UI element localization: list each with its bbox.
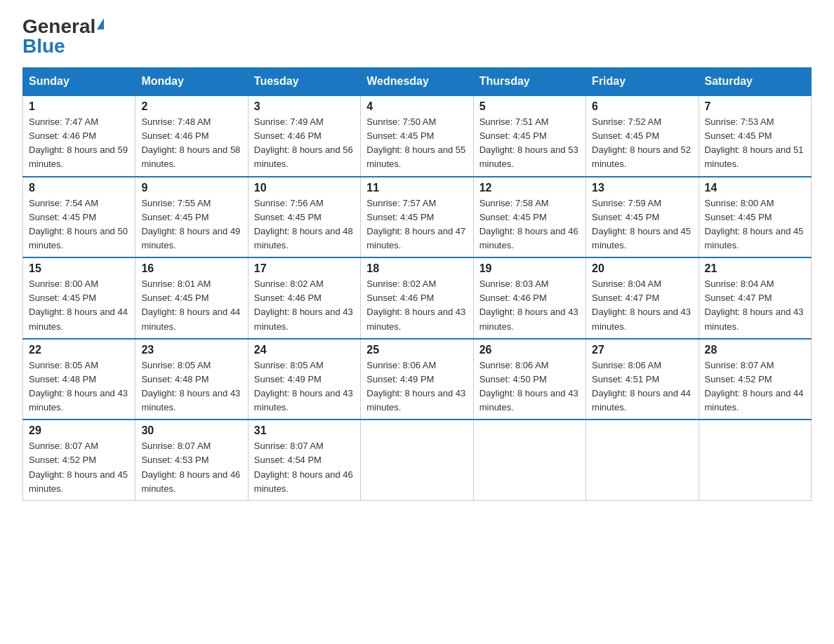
day-number: 2 [141,100,241,113]
day-info: Sunrise: 8:07 AMSunset: 4:52 PMDaylight:… [705,358,805,415]
table-row: 16Sunrise: 8:01 AMSunset: 4:45 PMDayligh… [135,257,248,339]
day-info: Sunrise: 7:48 AMSunset: 4:46 PMDaylight:… [141,115,241,172]
day-info: Sunrise: 7:55 AMSunset: 4:45 PMDaylight:… [141,196,241,253]
day-number: 1 [29,100,129,113]
table-row: 24Sunrise: 8:05 AMSunset: 4:49 PMDayligh… [248,339,360,420]
day-number: 14 [705,182,805,194]
table-row: 25Sunrise: 8:06 AMSunset: 4:49 PMDayligh… [361,339,473,420]
logo-triangle-icon [97,18,104,29]
day-number: 30 [141,424,241,437]
col-friday: Friday [586,68,699,96]
col-wednesday: Wednesday [361,68,473,96]
day-info: Sunrise: 7:59 AMSunset: 4:45 PMDaylight:… [592,196,692,253]
day-number: 9 [141,182,241,194]
table-row: 17Sunrise: 8:02 AMSunset: 4:46 PMDayligh… [248,257,360,339]
day-info: Sunrise: 8:07 AMSunset: 4:52 PMDaylight:… [29,439,129,496]
day-number: 23 [141,344,241,356]
day-info: Sunrise: 7:57 AMSunset: 4:45 PMDaylight:… [366,196,467,253]
table-row: 6Sunrise: 7:52 AMSunset: 4:45 PMDaylight… [586,95,699,177]
day-number: 17 [254,262,355,275]
day-info: Sunrise: 7:50 AMSunset: 4:45 PMDaylight:… [366,115,467,172]
table-row: 5Sunrise: 7:51 AMSunset: 4:45 PMDaylight… [473,95,585,177]
day-info: Sunrise: 8:06 AMSunset: 4:50 PMDaylight:… [479,358,580,415]
calendar-header: Sunday Monday Tuesday Wednesday Thursday… [23,68,812,96]
table-row: 30Sunrise: 8:07 AMSunset: 4:53 PMDayligh… [135,420,248,500]
table-row: 4Sunrise: 7:50 AMSunset: 4:45 PMDaylight… [361,95,473,177]
calendar-body: 1Sunrise: 7:47 AMSunset: 4:46 PMDaylight… [23,95,812,500]
day-number: 27 [592,344,692,356]
day-number: 5 [479,100,580,113]
table-row [699,420,811,500]
col-monday: Monday [135,68,248,96]
day-info: Sunrise: 7:51 AMSunset: 4:45 PMDaylight:… [479,115,580,172]
day-info: Sunrise: 8:04 AMSunset: 4:47 PMDaylight:… [705,277,805,334]
day-number: 6 [592,100,692,113]
day-info: Sunrise: 8:02 AMSunset: 4:46 PMDaylight:… [254,277,355,334]
day-number: 26 [479,344,580,356]
table-row: 12Sunrise: 7:58 AMSunset: 4:45 PMDayligh… [473,177,585,258]
table-row: 20Sunrise: 8:04 AMSunset: 4:47 PMDayligh… [586,257,699,339]
day-info: Sunrise: 8:00 AMSunset: 4:45 PMDaylight:… [29,277,129,334]
col-saturday: Saturday [699,68,811,96]
calendar-table: Sunday Monday Tuesday Wednesday Thursday… [22,67,812,501]
day-info: Sunrise: 7:58 AMSunset: 4:45 PMDaylight:… [479,196,580,253]
day-number: 24 [254,344,355,356]
day-info: Sunrise: 8:05 AMSunset: 4:48 PMDaylight:… [29,358,129,415]
day-info: Sunrise: 7:56 AMSunset: 4:45 PMDaylight:… [254,196,355,253]
table-row: 18Sunrise: 8:02 AMSunset: 4:46 PMDayligh… [361,257,473,339]
day-info: Sunrise: 7:53 AMSunset: 4:45 PMDaylight:… [705,115,805,172]
day-number: 21 [705,262,805,275]
day-number: 13 [592,182,692,194]
day-number: 19 [479,262,580,275]
col-sunday: Sunday [23,68,135,96]
logo-general-text: General [22,17,95,36]
col-tuesday: Tuesday [248,68,360,96]
day-info: Sunrise: 7:54 AMSunset: 4:45 PMDaylight:… [29,196,129,253]
table-row: 27Sunrise: 8:06 AMSunset: 4:51 PMDayligh… [586,339,699,420]
table-row: 2Sunrise: 7:48 AMSunset: 4:46 PMDaylight… [135,95,248,177]
day-info: Sunrise: 7:49 AMSunset: 4:46 PMDaylight:… [254,115,355,172]
table-row [361,420,473,500]
day-number: 4 [366,100,467,113]
day-number: 12 [479,182,580,194]
table-row [586,420,699,500]
table-row: 22Sunrise: 8:05 AMSunset: 4:48 PMDayligh… [23,339,135,420]
day-number: 28 [705,344,805,356]
day-info: Sunrise: 7:52 AMSunset: 4:45 PMDaylight:… [592,115,692,172]
day-number: 25 [366,344,467,356]
table-row [473,420,585,500]
table-row: 10Sunrise: 7:56 AMSunset: 4:45 PMDayligh… [248,177,360,258]
table-row: 23Sunrise: 8:05 AMSunset: 4:48 PMDayligh… [135,339,248,420]
day-info: Sunrise: 8:06 AMSunset: 4:49 PMDaylight:… [366,358,467,415]
col-thursday: Thursday [473,68,585,96]
table-row: 11Sunrise: 7:57 AMSunset: 4:45 PMDayligh… [361,177,473,258]
table-row: 15Sunrise: 8:00 AMSunset: 4:45 PMDayligh… [23,257,135,339]
logo-blue-text: Blue [22,36,65,56]
day-info: Sunrise: 8:05 AMSunset: 4:49 PMDaylight:… [254,358,355,415]
day-number: 18 [366,262,467,275]
day-info: Sunrise: 8:01 AMSunset: 4:45 PMDaylight:… [141,277,241,334]
logo: General Blue [22,17,104,56]
day-number: 22 [29,344,129,356]
table-row: 7Sunrise: 7:53 AMSunset: 4:45 PMDaylight… [699,95,811,177]
day-number: 3 [254,100,355,113]
day-number: 20 [592,262,692,275]
day-number: 10 [254,182,355,194]
table-row: 8Sunrise: 7:54 AMSunset: 4:45 PMDaylight… [23,177,135,258]
page-header: General Blue [22,17,812,56]
day-info: Sunrise: 8:07 AMSunset: 4:53 PMDaylight:… [141,439,241,496]
day-number: 15 [29,262,129,275]
day-number: 31 [254,424,355,437]
day-info: Sunrise: 8:07 AMSunset: 4:54 PMDaylight:… [254,439,355,496]
day-number: 8 [29,182,129,194]
table-row: 21Sunrise: 8:04 AMSunset: 4:47 PMDayligh… [699,257,811,339]
table-row: 19Sunrise: 8:03 AMSunset: 4:46 PMDayligh… [473,257,585,339]
day-info: Sunrise: 8:00 AMSunset: 4:45 PMDaylight:… [705,196,805,253]
table-row: 14Sunrise: 8:00 AMSunset: 4:45 PMDayligh… [699,177,811,258]
table-row: 31Sunrise: 8:07 AMSunset: 4:54 PMDayligh… [248,420,360,500]
table-row: 28Sunrise: 8:07 AMSunset: 4:52 PMDayligh… [699,339,811,420]
day-number: 11 [366,182,467,194]
day-info: Sunrise: 8:06 AMSunset: 4:51 PMDaylight:… [592,358,692,415]
day-info: Sunrise: 8:03 AMSunset: 4:46 PMDaylight:… [479,277,580,334]
day-info: Sunrise: 7:47 AMSunset: 4:46 PMDaylight:… [29,115,129,172]
